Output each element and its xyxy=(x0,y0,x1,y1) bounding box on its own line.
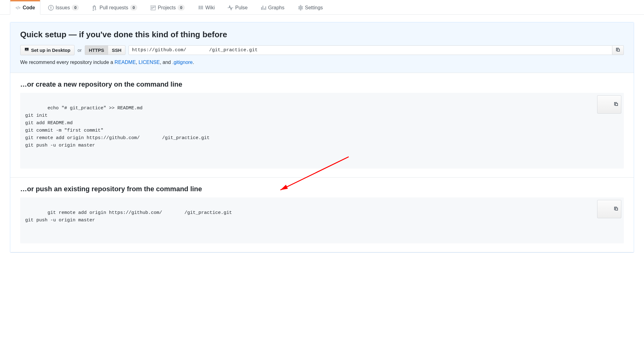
tab-graphs-label: Graphs xyxy=(268,5,284,11)
recommend-sep1: , xyxy=(136,60,138,65)
create-repo-section: …or create a new repository on the comma… xyxy=(10,73,634,178)
clone-url-wrap xyxy=(129,45,624,55)
pull-request-icon xyxy=(92,5,98,11)
recommend-period: . xyxy=(193,60,194,65)
recommend-sep2: , and xyxy=(160,60,172,65)
readme-link[interactable]: README xyxy=(115,60,136,65)
gear-icon xyxy=(297,5,303,11)
tab-pulse[interactable]: Pulse xyxy=(222,0,253,14)
clone-url-input[interactable] xyxy=(129,45,612,55)
create-code-block: echo "# git_practice" >> README.md git i… xyxy=(20,93,624,169)
tab-wiki-label: Wiki xyxy=(205,5,215,11)
project-icon xyxy=(150,5,156,11)
projects-counter: 0 xyxy=(178,5,185,11)
ssh-button[interactable]: SSH xyxy=(108,45,125,55)
code-icon xyxy=(15,5,21,11)
recommend-text: We recommend every repository include a … xyxy=(20,60,624,65)
tab-pulls-label: Pull requests xyxy=(99,5,128,11)
tab-issues[interactable]: Issues 0 xyxy=(43,0,84,14)
setup-panel: Quick setup — if you've done this kind o… xyxy=(10,22,634,253)
push-code-block: git remote add origin https://github.com… xyxy=(20,197,624,243)
gitignore-link[interactable]: .gitignore xyxy=(172,60,193,65)
desktop-download-icon xyxy=(24,47,29,53)
quick-setup-heading: Quick setup — if you've done this kind o… xyxy=(20,30,624,39)
clipboard-icon xyxy=(600,97,619,112)
tab-graphs[interactable]: Graphs xyxy=(256,0,290,14)
pulls-counter: 0 xyxy=(130,5,137,11)
setup-desktop-button[interactable]: Set up in Desktop xyxy=(20,45,75,55)
main-container: Quick setup — if you've done this kind o… xyxy=(0,15,644,253)
clone-url-row: Set up in Desktop or HTTPS SSH xyxy=(20,45,624,55)
quick-setup: Quick setup — if you've done this kind o… xyxy=(10,22,634,73)
copy-url-button[interactable] xyxy=(612,45,624,55)
setup-desktop-label: Set up in Desktop xyxy=(31,47,70,53)
tab-projects[interactable]: Projects 0 xyxy=(145,0,190,14)
book-icon xyxy=(198,5,203,11)
create-code: echo "# git_practice" >> README.md git i… xyxy=(25,106,210,148)
create-heading: …or create a new repository on the comma… xyxy=(20,80,624,88)
copy-push-button[interactable] xyxy=(597,200,621,218)
tab-issues-label: Issues xyxy=(56,5,70,11)
tab-settings[interactable]: Settings xyxy=(292,0,328,14)
https-button[interactable]: HTTPS xyxy=(85,45,108,55)
issues-counter: 0 xyxy=(72,5,79,11)
pulse-icon xyxy=(228,5,233,11)
tab-code[interactable]: Code xyxy=(10,0,40,15)
tab-code-label: Code xyxy=(23,5,35,11)
protocol-toggle: HTTPS SSH xyxy=(85,45,125,55)
push-repo-section: …or push an existing repository from the… xyxy=(10,178,634,252)
repo-tabnav: Code Issues 0 Pull requests 0 Projects 0… xyxy=(0,0,644,15)
issue-icon xyxy=(48,5,54,11)
clipboard-icon xyxy=(615,47,620,53)
tab-projects-label: Projects xyxy=(158,5,176,11)
license-link[interactable]: LICENSE xyxy=(138,60,160,65)
tab-settings-label: Settings xyxy=(305,5,323,11)
tab-pulse-label: Pulse xyxy=(235,5,247,11)
tab-pull-requests[interactable]: Pull requests 0 xyxy=(87,0,143,14)
push-code: git remote add origin https://github.com… xyxy=(25,210,232,223)
tab-wiki[interactable]: Wiki xyxy=(193,0,220,14)
copy-create-button[interactable] xyxy=(597,95,621,114)
clipboard-icon xyxy=(600,201,619,217)
push-heading: …or push an existing repository from the… xyxy=(20,185,624,193)
recommend-prefix: We recommend every repository include a xyxy=(20,60,115,65)
graph-icon xyxy=(261,5,266,11)
or-text: or xyxy=(78,47,82,53)
